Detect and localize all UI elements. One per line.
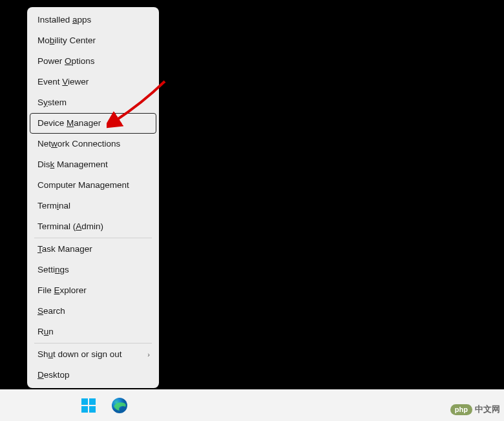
edge-browser-button[interactable] bbox=[111, 397, 128, 414]
menu-item[interactable]: Disk Management bbox=[30, 154, 156, 175]
svg-rect-1 bbox=[81, 398, 88, 405]
start-button[interactable] bbox=[80, 397, 97, 414]
menu-divider bbox=[34, 343, 152, 344]
menu-item-label: Run bbox=[37, 326, 54, 338]
menu-item[interactable]: Task Manager bbox=[30, 239, 156, 260]
svg-rect-2 bbox=[89, 398, 96, 405]
menu-item[interactable]: Computer Management bbox=[30, 175, 156, 196]
menu-item-label: Network Connections bbox=[37, 138, 120, 150]
menu-item[interactable]: Power Options bbox=[30, 51, 156, 72]
menu-divider bbox=[34, 238, 152, 238]
menu-group-3: Shut down or sign out›Desktop bbox=[28, 344, 158, 385]
watermark-text: 中文网 bbox=[475, 404, 500, 415]
watermark-badge: php bbox=[450, 404, 472, 415]
menu-item[interactable]: File Explorer bbox=[30, 280, 156, 301]
menu-item-label: Computer Management bbox=[37, 180, 129, 191]
menu-item-label: Terminal bbox=[37, 200, 70, 212]
menu-item-label: System bbox=[37, 97, 67, 108]
menu-item-label: File Explorer bbox=[37, 285, 87, 296]
menu-item[interactable]: Search bbox=[30, 301, 156, 322]
menu-item-device-manager[interactable]: Device Manager bbox=[30, 113, 156, 134]
menu-item[interactable]: Installed apps bbox=[30, 10, 156, 30]
menu-item-label: Settings bbox=[37, 264, 69, 276]
taskbar: php 中文网 bbox=[0, 389, 504, 421]
menu-item[interactable]: Run bbox=[30, 322, 156, 342]
menu-item[interactable]: Network Connections bbox=[30, 134, 156, 154]
menu-group-2: Task ManagerSettingsFile ExplorerSearchR… bbox=[28, 239, 158, 342]
menu-item[interactable]: System bbox=[30, 92, 156, 113]
menu-item-label: Installed apps bbox=[37, 14, 91, 26]
menu-group-1: Installed appsMobility CenterPower Optio… bbox=[28, 10, 158, 237]
menu-item[interactable]: Terminal (Admin) bbox=[30, 216, 156, 237]
menu-item-label: Task Manager bbox=[37, 243, 92, 255]
menu-item-label: Power Options bbox=[37, 56, 95, 67]
menu-item[interactable]: Desktop bbox=[30, 365, 156, 385]
svg-rect-4 bbox=[89, 406, 96, 413]
menu-item-label: Terminal (Admin) bbox=[37, 221, 103, 232]
svg-rect-3 bbox=[81, 406, 88, 413]
menu-item[interactable]: Shut down or sign out› bbox=[30, 344, 156, 365]
menu-item-label: Disk Management bbox=[37, 159, 108, 170]
menu-item-label: Shut down or sign out bbox=[37, 349, 122, 360]
chevron-right-icon: › bbox=[147, 349, 150, 360]
menu-item-label: Desktop bbox=[37, 369, 70, 381]
menu-item[interactable]: Mobility Center bbox=[30, 30, 156, 51]
menu-item-label: Mobility Center bbox=[37, 35, 96, 46]
menu-item[interactable]: Event Viewer bbox=[30, 72, 156, 92]
winx-context-menu: Installed appsMobility CenterPower Optio… bbox=[27, 7, 159, 388]
menu-item-label: Device Manager bbox=[37, 118, 101, 129]
menu-item[interactable]: Terminal bbox=[30, 196, 156, 216]
menu-item[interactable]: Settings bbox=[30, 260, 156, 280]
menu-item-label: Event Viewer bbox=[37, 76, 89, 88]
menu-item-label: Search bbox=[37, 305, 65, 317]
watermark: php 中文网 bbox=[450, 404, 500, 415]
